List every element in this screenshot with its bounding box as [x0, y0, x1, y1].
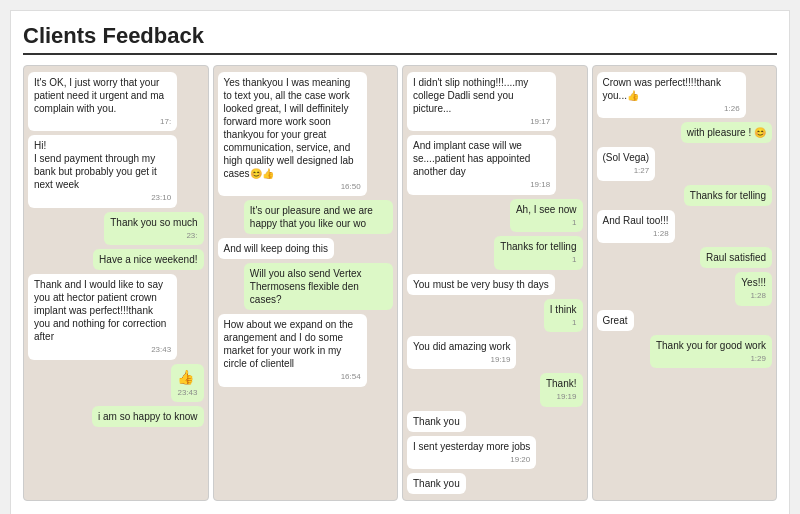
msg: Raul satisfied	[700, 247, 772, 268]
msg: Great	[597, 310, 634, 331]
msg: I didn't slip nothing!!!....my college D…	[407, 72, 556, 131]
chat-window-3: I didn't slip nothing!!!....my college D…	[402, 65, 588, 501]
msg: Hi!I send payment through my bank but pr…	[28, 135, 177, 207]
chat-window-4: Crown was perfect!!!!thank you...👍 1:26 …	[592, 65, 778, 501]
msg: How about we expand on the arangement an…	[218, 314, 367, 386]
chat-window-2: Yes thankyou I was meaning to text you, …	[213, 65, 399, 501]
msg: Ah, I see now 1	[510, 199, 583, 232]
msg: Thank you	[407, 411, 466, 432]
msg: And implant case will we se....patient h…	[407, 135, 556, 194]
msg: It's our pleasure and we are happy that …	[244, 200, 393, 234]
msg: Thank and I would like to say you att he…	[28, 274, 177, 359]
msg: with pleasure ! 😊	[681, 122, 772, 143]
msg: Thanks for telling 1	[494, 236, 582, 269]
page-title: Clients Feedback	[23, 23, 777, 55]
msg: Thank! 19:19	[540, 373, 583, 406]
msg: I sent yesterday more jobs 19:20	[407, 436, 536, 469]
msg: Thank you so much 23:	[104, 212, 203, 245]
msg: Have a nice weekend!	[93, 249, 203, 270]
msg: Thank you	[407, 473, 466, 494]
msg: i am so happy to know	[92, 406, 204, 427]
msg: I think 1	[544, 299, 583, 332]
msg: 👍 23:43	[171, 364, 203, 403]
msg: Yes thankyou I was meaning to text you, …	[218, 72, 367, 196]
msg: Thanks for telling	[684, 185, 772, 206]
msg: Yes!!! 1:28	[735, 272, 772, 305]
msg: You must be very busy th days	[407, 274, 555, 295]
msg: (Sol Vega) 1:27	[597, 147, 656, 180]
msg: Thank you for good work 1:29	[650, 335, 772, 368]
chats-row: It's OK, I just worry that your patient …	[23, 65, 777, 501]
msg: You did amazing work 19:19	[407, 336, 516, 369]
msg: It's OK, I just worry that your patient …	[28, 72, 177, 131]
msg: And Raul too!!! 1:28	[597, 210, 675, 243]
chat-window-1: It's OK, I just worry that your patient …	[23, 65, 209, 501]
msg: Crown was perfect!!!!thank you...👍 1:26	[597, 72, 746, 118]
page-container: Clients Feedback It's OK, I just worry t…	[10, 10, 790, 514]
msg: And will keep doing this	[218, 238, 335, 259]
msg: Will you also send Vertex Thermosens fle…	[244, 263, 393, 310]
